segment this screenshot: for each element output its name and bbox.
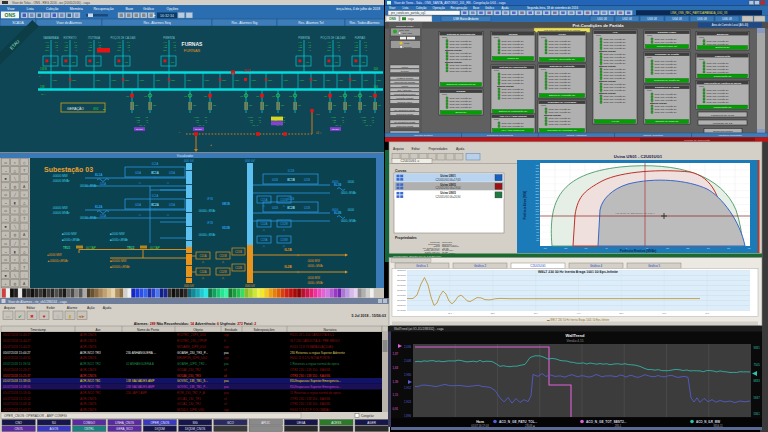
- svg-text:Navegar Telalarm: Navegar Telalarm: [414, 134, 433, 137]
- svg-text:△: △: [14, 217, 17, 221]
- svg-text:■00000 MW: ■00000 MW: [110, 259, 126, 263]
- svg-text:8L2A: 8L2A: [95, 205, 103, 209]
- svg-text:000 kV: 000 kV: [184, 284, 195, 288]
- svg-text:▮: ▮: [14, 201, 16, 205]
- svg-text:Cond. disp. pressão OK: Cond. disp. pressão OK: [655, 93, 678, 95]
- svg-text:Visor de Telas - ONS - REG 201: Visor de Telas - ONS - REG 2016 - ws (20…: [12, 1, 90, 5]
- svg-text:Cond. disp. pressão OK: Cond. disp. pressão OK: [604, 68, 627, 70]
- svg-text:pas: pas: [224, 351, 229, 355]
- svg-text:69 A: 69 A: [41, 93, 46, 96]
- svg-text:C2U01UG1 06=20,94: C2U01UG1 06=20,94: [435, 195, 461, 199]
- svg-text:Cond. disp. pressão OK: Cond. disp. pressão OK: [549, 78, 572, 80]
- svg-text:Cond. disp. pressão OK: Cond. disp. pressão OK: [604, 59, 627, 61]
- svg-text:→00000 MW: →00000 MW: [50, 206, 68, 210]
- svg-text:uf: uf: [224, 368, 227, 372]
- svg-text:Bombas Unidade: Bombas Unidade: [599, 92, 617, 94]
- svg-text:PIMENTA: PIMENTA: [163, 36, 175, 40]
- svg-text:Cond. disp. pressão OK: Cond. disp. pressão OK: [549, 46, 572, 48]
- svg-text:021A: 021A: [169, 203, 175, 207]
- svg-text:Cond. disp. pressão OK: Cond. disp. pressão OK: [707, 95, 730, 97]
- svg-text:AOR-CNOS: AOR-CNOS: [80, 368, 96, 372]
- svg-text:CD2A: CD2A: [261, 222, 268, 226]
- svg-text:CD1M: CD1M: [219, 254, 226, 258]
- svg-text:1750: 1750: [535, 211, 539, 212]
- svg-text:AOR-NCO TB1: AOR-NCO TB1: [80, 379, 101, 383]
- svg-text:450: 450: [748, 247, 751, 249]
- svg-text:Ger. Valid.: Ger. Valid.: [403, 32, 413, 34]
- svg-text:Cond. disp. pressão OK: Cond. disp. pressão OK: [549, 123, 572, 125]
- svg-text:○: ○: [23, 242, 25, 246]
- svg-text:2650: 2650: [535, 194, 539, 195]
- svg-text:001A: 001A: [135, 203, 141, 207]
- svg-text:◂►: ◂►: [79, 314, 86, 319]
- svg-text:Cond. disp. pressão OK: Cond. disp. pressão OK: [604, 101, 627, 103]
- svg-text:◎: ◎: [13, 185, 16, 189]
- svg-text:AOR-CNOS: AOR-CNOS: [80, 397, 96, 401]
- svg-text:SLT 230 CANDIOTA-B / PRE MEDI: SLT 230 CANDIOTA-B / PRE MEDIO: [290, 339, 340, 343]
- svg-text:05/07/2018 15:39:54: 05/07/2018 15:39:54: [3, 362, 31, 366]
- svg-text:Visor: Visor: [7, 7, 16, 11]
- svg-text:-225: -225: [564, 247, 568, 249]
- svg-text:UG4 08: UG4 08: [672, 17, 682, 21]
- svg-text:Cond. disp. pressão OK: Cond. disp. pressão OK: [450, 46, 473, 48]
- svg-text:850: 850: [536, 229, 539, 230]
- svg-text:Cond. disp. pressão OK: Cond. disp. pressão OK: [549, 40, 572, 42]
- svg-text:Regulador de Velocidade: Regulador de Velocidade: [548, 101, 577, 104]
- svg-text:SIG: SIG: [193, 421, 199, 425]
- svg-text:Bloqueios OK: Bloqueios OK: [715, 46, 730, 48]
- svg-text:ITUTINGA: ITUTINGA: [88, 36, 100, 40]
- svg-text:Bombas Unidade: Bombas Unidade: [445, 49, 463, 51]
- svg-text:Cond. disp. pressão OK: Cond. disp. pressão OK: [707, 89, 730, 91]
- svg-text:CD2B: CD2B: [235, 266, 242, 270]
- svg-text:Sequência Partida: Sequência Partida: [396, 113, 414, 115]
- svg-text:Vibr. LG e Água Turbina: Vibr. LG e Água Turbina: [499, 115, 527, 118]
- svg-text:SU: SU: [52, 421, 56, 425]
- svg-text:05/07/2018 15:03:17: 05/07/2018 15:03:17: [3, 408, 31, 412]
- svg-text:Cond. disp. pressão OK: Cond. disp. pressão OK: [655, 38, 678, 40]
- svg-text:CNTRL: CNTRL: [84, 427, 94, 431]
- svg-text:2200: 2200: [535, 203, 539, 204]
- svg-text:Cond. disp. pressão OK: Cond. disp. pressão OK: [549, 72, 572, 74]
- svg-text:POÇOS DE CALDAS: POÇOS DE CALDAS: [111, 36, 136, 40]
- svg-text:1900: 1900: [535, 209, 539, 210]
- svg-text:■: ■: [5, 274, 7, 278]
- svg-text:Cond. disp. pressão OK: Cond. disp. pressão OK: [655, 105, 678, 107]
- svg-text:DIQDM: DIQDM: [155, 427, 166, 431]
- svg-text:MOJABN_13P8_UG1: MOJABN_13P8_UG1: [177, 345, 206, 349]
- svg-text:▭: ▭: [4, 193, 7, 197]
- svg-text:138 SALVADES AMP: 138 SALVADES AMP: [126, 379, 154, 383]
- svg-text:Cond. disp. pressão OK: Cond. disp. pressão OK: [502, 94, 525, 96]
- svg-text:1,980: 1,980: [404, 373, 411, 377]
- svg-text:AGER: AGER: [367, 421, 376, 425]
- svg-text:→: →: [4, 169, 7, 173]
- svg-text:Cond. disp. pressão OK: Cond. disp. pressão OK: [707, 43, 730, 45]
- svg-text:Gráfico 1: Gráfico 1: [416, 264, 429, 268]
- svg-text:Término de Supervisão: Término de Supervisão: [684, 139, 710, 142]
- svg-text:Cond. disp. pressão OK: Cond. disp. pressão OK: [707, 92, 730, 94]
- svg-text:Objeto: Objeto: [193, 328, 203, 332]
- svg-text:WallTrend: WallTrend: [566, 333, 586, 338]
- svg-text:AOR-CNOS: AOR-CNOS: [80, 345, 96, 349]
- svg-text:0C1A: 0C1A: [152, 194, 159, 198]
- svg-text:Resumo: Resumo: [401, 70, 410, 72]
- svg-text:C2U01UG1 06=19,04: C2U01UG1 06=19,04: [435, 186, 461, 190]
- svg-text:→0000 MW: →0000 MW: [305, 276, 320, 280]
- svg-text:FU1C 23 1.150 CANDIOTA B U1: FU1C 23 1.150 CANDIOTA B U1: [290, 333, 334, 337]
- svg-text:Potência Ativa (MW): Potência Ativa (MW): [523, 191, 527, 220]
- svg-text:Propriedades: Propriedades: [395, 236, 417, 240]
- svg-text:GOJA1_230_TR1: GOJA1_230_TR1: [177, 397, 201, 401]
- svg-text:Painéis Analógicos: Painéis Analógicos: [566, 134, 587, 137]
- svg-text:pas: pas: [224, 379, 229, 383]
- svg-text:Nome do Ponto: Nome do Ponto: [137, 328, 159, 332]
- svg-text:0C1A: 0C1A: [152, 162, 159, 166]
- svg-text:05/07/2018 15:44:27: 05/07/2018 15:44:27: [3, 339, 31, 343]
- svg-text:2350: 2350: [535, 200, 539, 201]
- svg-text:400: 400: [536, 238, 539, 239]
- svg-text:T: T: [23, 217, 25, 221]
- svg-text:CD1A: CD1A: [200, 254, 207, 258]
- svg-text:uge: uge: [224, 408, 229, 412]
- svg-text:Limites: Limites: [401, 66, 408, 68]
- svg-text:Cond. disp. pressão OK: Cond. disp. pressão OK: [604, 38, 627, 40]
- svg-text:0C1B: 0C1B: [288, 169, 295, 173]
- svg-text:SCADA: SCADA: [12, 21, 24, 25]
